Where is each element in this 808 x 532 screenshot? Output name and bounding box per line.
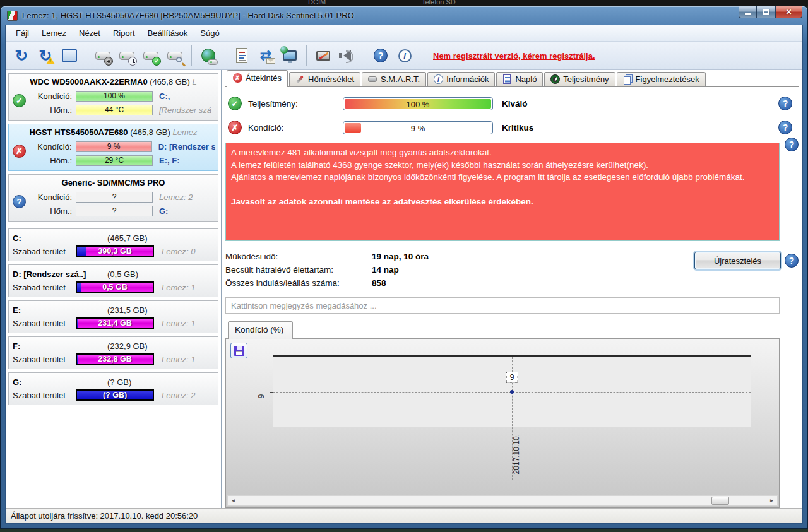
chart-plot-area: 9 9 2017.10.10. xyxy=(273,355,751,427)
tab-label: Teljesítmény xyxy=(563,74,609,84)
tab-label: Figyelmeztetések xyxy=(636,74,699,84)
free-space-value: 232,8 GB xyxy=(77,355,153,364)
disk-number-label: L xyxy=(192,77,196,86)
scroll-left-arrow-icon[interactable]: ◄ xyxy=(228,496,239,505)
remote-monitor-button[interactable] xyxy=(279,45,300,66)
warning-line: A lemez felületén található 4368 gyenge … xyxy=(231,159,774,172)
minimize-button[interactable] xyxy=(739,6,757,18)
free-space-label: Szabad terület xyxy=(13,283,76,292)
partition-letter: G: xyxy=(13,377,107,387)
toolbar-separator xyxy=(364,45,364,66)
partition-entry-g[interactable]: G: (? GB) Szabad terület (? GB) Lemez: 2 xyxy=(8,372,218,405)
toolbar-separator xyxy=(191,45,192,66)
toolbar: ↻ ↻ ✓ ⇄ ? i Nem regisztrált verzió, kére… xyxy=(6,42,802,70)
scroll-right-arrow-icon[interactable]: ► xyxy=(766,496,777,505)
info-button[interactable]: i xyxy=(394,45,415,66)
partition-entry-d[interactable]: D: [Rendszer szá..] (0,5 GB) Szabad terü… xyxy=(8,264,218,297)
desktop-background: DCIM Telefon SD xyxy=(0,0,808,6)
x-tick-label: 2017.10.10. xyxy=(512,434,521,474)
partition-entry-c[interactable]: C: (465,7 GB) Szabad terület 390,3 GB Le… xyxy=(8,228,218,261)
chart-horizontal-scrollbar[interactable]: ◄ ► xyxy=(227,495,778,506)
scrollbar-thumb[interactable] xyxy=(711,497,729,505)
refresh-warning-button[interactable]: ↻ xyxy=(35,45,56,66)
warning-textbox[interactable]: A merevlemez 481 alkalommal vizsgált meg… xyxy=(225,143,780,241)
temperature-label: Hőm.: xyxy=(30,105,72,115)
tab-performance[interactable]: Teljesítmény xyxy=(544,72,615,86)
free-space-value: (? GB) xyxy=(77,391,153,399)
disk-icon xyxy=(208,59,218,65)
y-tick-label: 9 xyxy=(257,394,266,399)
tools-icon xyxy=(316,51,330,61)
stat-value: 19 nap, 10 óra xyxy=(372,252,429,261)
refresh-button[interactable]: ↻ xyxy=(11,45,32,66)
stat-value: 858 xyxy=(372,278,386,288)
sync-mail-button[interactable]: ⇄ xyxy=(255,45,276,66)
tab-log[interactable]: Napló xyxy=(496,72,543,86)
registration-link[interactable]: Nem regisztrált verzió, kérem regisztrál… xyxy=(433,51,595,61)
free-space-bar: 232,8 GB xyxy=(76,353,154,365)
comment-input[interactable] xyxy=(225,297,780,314)
disk-name: WDC WD5000AAKX-22ERMA0 xyxy=(30,77,147,86)
app-window: Lemez: 1, HGST HTS545050A7E680 [RB250AM5… xyxy=(0,6,808,529)
chart-tab-condition[interactable]: Kondíció (%) xyxy=(228,321,293,339)
gauge-icon xyxy=(550,74,560,84)
smart-icon xyxy=(368,76,377,82)
stat-value: 14 nap xyxy=(372,265,399,275)
log-icon xyxy=(503,74,511,84)
tab-temperature[interactable]: Hőmérséklet xyxy=(289,72,360,86)
menu-help[interactable]: Súgó xyxy=(194,27,225,40)
close-button[interactable]: ✕ xyxy=(775,6,802,18)
menu-file[interactable]: Fájl xyxy=(9,27,35,40)
condition-value: 9 % xyxy=(343,122,492,134)
network-disk-button[interactable] xyxy=(198,45,219,66)
condition-label: Kondíció: xyxy=(30,92,72,101)
drive-letters: D: [Rendszer s xyxy=(158,142,215,151)
envelope-icon xyxy=(266,58,275,64)
system-tools-button[interactable] xyxy=(312,45,334,66)
volume-label: [Rendszer szá xyxy=(159,105,211,115)
menu-settings[interactable]: Beállítások xyxy=(141,27,194,40)
tab-label: Áttekintés xyxy=(246,73,282,83)
performance-meter: 100 % xyxy=(343,97,493,110)
menu-disk[interactable]: Lemez xyxy=(35,27,73,40)
partition-letter: E: xyxy=(13,305,107,315)
info-icon: i xyxy=(398,49,412,62)
disk-clock-button[interactable] xyxy=(116,45,138,66)
globe-icon xyxy=(280,46,288,54)
save-chart-button[interactable] xyxy=(230,343,247,358)
disk-sound-button[interactable] xyxy=(92,45,114,66)
tab-label: Információk xyxy=(446,74,489,84)
tab-information[interactable]: i Információk xyxy=(427,72,495,86)
tab-smart[interactable]: S.M.A.R.T. xyxy=(362,72,426,86)
maximize-button[interactable] xyxy=(757,6,775,18)
help-icon[interactable]: ? xyxy=(778,97,792,110)
status-bar: Állapot utoljára frissítve: 2017.10.10. … xyxy=(6,508,802,523)
retest-button[interactable]: Újratesztelés xyxy=(694,252,781,269)
disk-entry-wdc[interactable]: WDC WD5000AAKX-22ERMA0 (465,8 GB) L ✓ Ko… xyxy=(8,73,218,121)
report-button[interactable] xyxy=(231,45,252,66)
free-space-label: Szabad terület xyxy=(13,355,76,364)
performance-rating: Kiváló xyxy=(502,99,528,109)
tab-overview[interactable]: ✗ Áttekintés xyxy=(227,70,288,87)
disk-view-button[interactable] xyxy=(59,45,80,66)
disk-check-button[interactable]: ✓ xyxy=(140,45,162,66)
tab-label: Hőmérséklet xyxy=(308,74,354,84)
disk-number-label: Lemez: 1 xyxy=(162,355,195,364)
menu-report[interactable]: Riport xyxy=(107,27,141,40)
partition-entry-e[interactable]: E: (231,5 GB) Szabad terület 231,4 GB Le… xyxy=(8,300,218,333)
help-icon[interactable]: ? xyxy=(785,254,799,268)
pages-icon xyxy=(624,76,631,85)
disk-search-button[interactable] xyxy=(164,45,186,66)
help-button[interactable]: ? xyxy=(370,45,391,66)
help-icon[interactable]: ? xyxy=(785,138,799,151)
main-panel: ✗ Áttekintés Hőmérséklet S.M.A.R.T. i In… xyxy=(222,70,802,508)
disk-entry-generic[interactable]: Generic- SD/MMC/MS PRO ? Kondíció: ? Lem… xyxy=(8,174,218,222)
sound-settings-button[interactable] xyxy=(336,45,358,66)
help-icon[interactable]: ? xyxy=(778,121,792,134)
titlebar[interactable]: Lemez: 1, HGST HTS545050A7E680 [RB250AM5… xyxy=(1,6,807,25)
stats-block: Működési idő: 19 nap, 10 óra Becsült hát… xyxy=(225,250,799,290)
menu-view[interactable]: Nézet xyxy=(73,27,107,40)
disk-entry-hgst-selected[interactable]: HGST HTS545050A7E680 (465,8 GB) Lemez ✗ … xyxy=(8,124,218,171)
partition-entry-f[interactable]: F: (232,9 GB) Szabad terület 232,8 GB Le… xyxy=(8,336,218,369)
tab-alerts[interactable]: Figyelmeztetések xyxy=(617,72,706,86)
